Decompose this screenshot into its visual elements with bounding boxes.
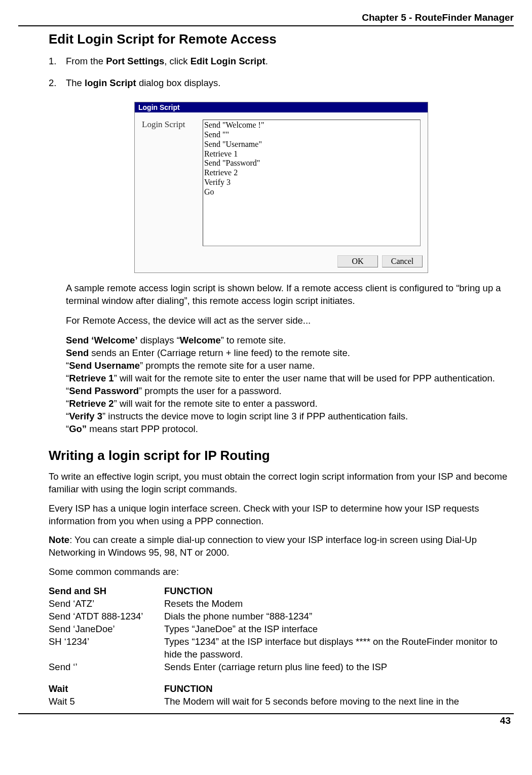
table-row: SH ‘1234’ Types “1234” at the ISP interf… [49,636,514,661]
text-bold: Send [66,347,89,358]
step-1: 1. From the Port Settings, click Edit Lo… [49,55,514,68]
section-title-writing-login: Writing a login script for IP Routing [49,448,514,463]
step-2-text: The login Script dialog box displays. [66,77,220,90]
table-cell: Send ‘’ [49,661,164,674]
intro-paragraph-2: For Remote Access, the device will act a… [66,315,514,327]
step-2-num: 2. [49,77,66,90]
text-bold: Welcome [180,335,221,345]
ok-button[interactable]: OK [337,255,378,267]
note-label: Note [49,534,69,545]
text-bold: Retrieve 1 [69,373,113,383]
text: ” prompts the user for a password. [139,385,282,396]
table-cell: Send ‘ATDT 888-1234’ [49,610,164,623]
text-bold: Send ‘Welcome’ [66,335,138,345]
table-cell: Resets the Modem [164,598,514,610]
table-cell: Types “1234” at the ISP interface but di… [164,636,514,661]
text-bold: Port Settings [106,56,164,66]
paragraph: Some common commands are: [49,566,514,578]
table-row: Send ‘ATZ’ Resets the Modem [49,598,514,610]
login-script-textarea[interactable]: Send "Welcome !" Send "" Send "Username"… [203,120,421,246]
paragraph: Every ISP has a unique login interface s… [49,502,514,528]
chapter-header: Chapter 5 - RouteFinder Manager [18,12,514,26]
dialog-field-label: Login Script [142,120,203,246]
step-2: 2. The login Script dialog box displays. [49,77,514,90]
step-1-text: From the Port Settings, click Edit Login… [66,55,268,68]
text-bold: Edit Login Script [191,56,265,66]
text-bold: Verify 3 [69,411,102,421]
table-header: Wait [49,683,164,695]
text: From the [66,56,106,66]
table-cell: Wait 5 [49,695,164,708]
text-bold: Retrieve 2 [69,398,113,409]
table-cell: The Modem will wait for 5 seconds before… [164,695,514,708]
table-row: Wait 5 The Modem will wait for 5 seconds… [49,695,514,708]
text: ” prompts the remote site for a user nam… [140,360,315,371]
text-bold: login Script [85,78,136,88]
table-cell: SH ‘1234’ [49,636,164,661]
table-row: Send ‘JaneDoe’ Types “JaneDoe” at the IS… [49,623,514,636]
table-header: FUNCTION [164,585,514,598]
table-header-row: Send and SH FUNCTION [49,585,514,598]
note-paragraph: Note: You can create a simple dial-up co… [49,534,514,559]
text-bold: Go” [69,423,87,434]
text: , click [164,56,190,66]
page-number: 43 [500,715,511,726]
text-bold: Send Username [69,360,140,371]
table-cell: Sends Enter (carriage return plus line f… [164,661,514,674]
intro-paragraph-1: A sample remote access login script is s… [66,282,514,307]
login-script-dialog: Login Script Login Script Send "Welcome … [134,102,428,273]
page-footer: 43 [18,713,514,726]
table-header-row: Wait FUNCTION [49,683,514,695]
paragraph: To write an effective login script, you … [49,471,514,496]
table-header: FUNCTION [164,683,514,695]
table-row: Send ‘’ Sends Enter (carriage return plu… [49,661,514,674]
table-cell: Send ‘JaneDoe’ [49,623,164,636]
text: means start PPP protocol. [87,423,198,434]
script-explanation-block: Send ‘Welcome’ displays “Welcome” to rem… [66,334,514,436]
text: . [265,56,268,66]
text: ” will wait for the remote site to enter… [114,398,318,409]
table-cell: Dials the phone number “888-1234” [164,610,514,623]
commands-table: Send and SH FUNCTION Send ‘ATZ’ Resets t… [49,585,514,708]
text-bold: Send Password [69,385,139,396]
text: ” to remote site. [221,335,286,345]
step-1-num: 1. [49,55,66,68]
text: sends an Enter (Carriage return + line f… [89,347,350,358]
text: The [66,78,85,88]
table-cell: Types “JaneDoe” at the ISP interface [164,623,514,636]
section-title-edit-login: Edit Login Script for Remote Access [49,31,514,47]
table-cell: Send ‘ATZ’ [49,598,164,610]
cancel-button[interactable]: Cancel [382,255,423,267]
table-header: Send and SH [49,585,164,598]
text: dialog box displays. [136,78,221,88]
text: ” instructs the device move to login scr… [102,411,408,421]
text: : You can create a simple dial-up connec… [49,534,477,558]
table-row: Send ‘ATDT 888-1234’ Dials the phone num… [49,610,514,623]
text: displays “ [138,335,180,345]
text: ” will wait for the remote site to enter… [114,373,495,383]
dialog-titlebar: Login Script [135,102,428,112]
